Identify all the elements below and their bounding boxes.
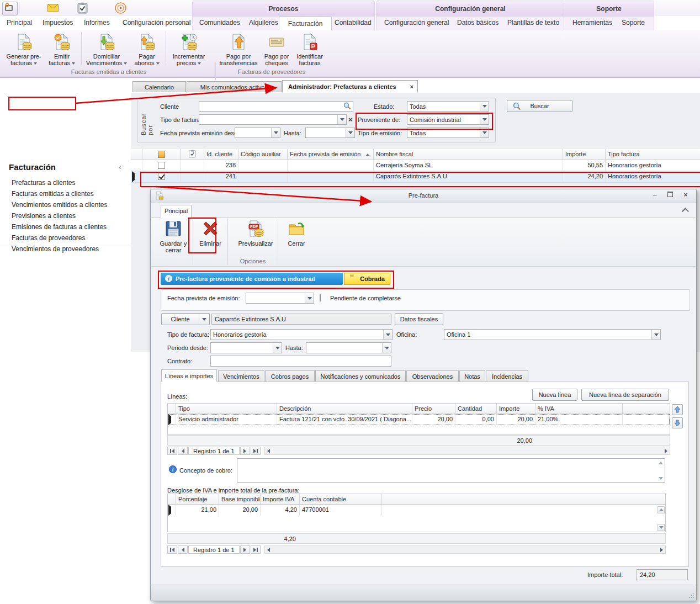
- tab-observaciones[interactable]: Observaciones: [406, 370, 459, 382]
- generar-prefacturas-button[interactable]: Generar pre-facturas: [3, 31, 44, 67]
- tasks-column-header[interactable]: [181, 149, 204, 160]
- minimize-icon[interactable]: –: [649, 192, 661, 200]
- prev-record-button[interactable]: [178, 447, 188, 455]
- chevron-down-icon[interactable]: [271, 128, 280, 137]
- sidebar-item-previsiones[interactable]: Previsiones a clientes: [12, 211, 76, 221]
- fecha-prevista-combo[interactable]: [246, 293, 314, 304]
- col-tipo[interactable]: Tipo factura: [606, 149, 700, 160]
- nueva-linea-button[interactable]: Nueva línea: [532, 389, 577, 401]
- pago-transferencias-button[interactable]: Pago por transferencias: [217, 31, 260, 67]
- scroll-left-icon[interactable]: [267, 548, 270, 552]
- col-porcentaje[interactable]: Porcentaje: [176, 494, 219, 505]
- tab-impuestos[interactable]: Impuestos: [43, 19, 73, 27]
- chevron-down-icon[interactable]: [273, 343, 282, 353]
- tipo-factura-combo[interactable]: [199, 114, 347, 125]
- scroll-right-icon[interactable]: [665, 449, 667, 453]
- concepto-cobro-textarea[interactable]: [237, 458, 665, 483]
- prev-record-button[interactable]: [178, 545, 188, 554]
- col-fecha[interactable]: Fecha prevista de emisión: [288, 149, 374, 160]
- tasks-icon[interactable]: [77, 2, 88, 15]
- checkbox-unchecked-icon[interactable]: [158, 162, 165, 169]
- chevron-down-icon[interactable]: [651, 330, 660, 340]
- scroll-left-icon[interactable]: [267, 449, 270, 453]
- col-iva[interactable]: % IVA: [535, 404, 623, 414]
- scroll-up-icon[interactable]: [657, 506, 665, 513]
- table-row[interactable]: 21,00 20,00 4,20 47700001: [168, 505, 665, 516]
- row-select-cell[interactable]: [142, 160, 181, 171]
- table-row[interactable]: Servicio administrador Factura 121/21 co…: [168, 414, 670, 425]
- incrementar-precios-button[interactable]: Incrementar precios: [168, 31, 210, 67]
- select-all-header[interactable]: [142, 149, 181, 160]
- tab-herramientas[interactable]: Herramientas: [572, 19, 612, 27]
- cliente-input[interactable]: [199, 103, 343, 110]
- scroll-down-icon[interactable]: [657, 475, 664, 481]
- col-codigo[interactable]: Código auxiliar: [238, 149, 288, 160]
- col-importe[interactable]: Importe: [497, 404, 535, 414]
- tab-plantillas[interactable]: Plantillas de texto: [507, 19, 559, 27]
- chevron-down-icon[interactable]: [382, 343, 391, 353]
- collapse-ribbon-icon[interactable]: [681, 207, 690, 216]
- col-id-cliente[interactable]: Id. cliente: [204, 149, 238, 160]
- scroll-up-icon[interactable]: [657, 459, 664, 466]
- close-icon[interactable]: ×: [680, 192, 692, 200]
- doc-tab-admin-prefacturas[interactable]: Administrador: Prefacturas a clientes ×: [282, 80, 418, 93]
- tab-cobros-pagos[interactable]: Cobros pagos: [265, 370, 315, 382]
- chevron-down-icon[interactable]: [305, 293, 314, 303]
- tab-soporte[interactable]: Soporte: [622, 19, 645, 27]
- sidebar-item-facturas-proveedores[interactable]: Facturas de proveedores: [12, 233, 85, 243]
- tab-configuracion-personal[interactable]: Configuración personal: [123, 19, 190, 27]
- chevron-down-icon[interactable]: [346, 128, 354, 137]
- sidebar-item-emisiones[interactable]: Emisiones de facturas a clientes: [12, 222, 107, 232]
- clear-filter-icon[interactable]: ×: [348, 115, 353, 124]
- scroll-down-icon[interactable]: [657, 524, 665, 531]
- sidebar-item-prefacturas[interactable]: Prefacturas a clientes: [12, 178, 75, 188]
- restore-icon[interactable]: [664, 192, 676, 200]
- doc-tab-comunicados[interactable]: Mis comunicados activos: [187, 81, 282, 92]
- chevron-down-icon[interactable]: [383, 330, 392, 340]
- sidebar-item-vencimientos-emitidos[interactable]: Vencimientos emitidos a clientes: [12, 200, 107, 210]
- tab-notificaciones[interactable]: Notificaciones y comunicados: [315, 370, 406, 382]
- last-record-button[interactable]: [251, 447, 261, 455]
- col-importe[interactable]: Importe: [563, 149, 606, 160]
- col-base[interactable]: Base imponible: [219, 494, 261, 505]
- proveniente-combo[interactable]: Comisión industrial: [407, 114, 489, 125]
- tab-alquileres[interactable]: Alquileres: [249, 19, 278, 27]
- tab-contabilidad[interactable]: Contabilidad: [335, 19, 372, 27]
- tab-facturacion-active[interactable]: Facturación: [279, 17, 332, 31]
- iva-horizontal-scrollbar[interactable]: [264, 545, 666, 554]
- datos-fiscales-button[interactable]: Datos fiscales: [395, 313, 443, 325]
- tab-principal[interactable]: Principal: [7, 19, 32, 27]
- chevron-down-icon[interactable]: [480, 102, 489, 111]
- sidebar-item-facturas-emitidas[interactable]: Facturas emitidas a clientes: [12, 189, 94, 199]
- pendiente-checkbox[interactable]: [320, 294, 321, 301]
- eliminar-button[interactable]: Eliminar: [195, 218, 226, 266]
- chevron-down-icon[interactable]: [480, 128, 489, 137]
- move-line-up-button[interactable]: [672, 404, 683, 415]
- fecha-hasta-combo[interactable]: [305, 128, 355, 138]
- row-select-cell[interactable]: [142, 171, 181, 182]
- emitir-facturas-button[interactable]: Emitir facturas: [44, 31, 79, 67]
- oficina-combo[interactable]: Oficina 1: [444, 329, 661, 340]
- resize-grip[interactable]: [688, 593, 694, 598]
- identificar-facturas-button[interactable]: Identificar facturas: [293, 31, 326, 67]
- tipo-factura-combo[interactable]: Honorarios gestoría: [210, 329, 393, 340]
- pago-cheques-button[interactable]: Pago por cheques: [260, 31, 293, 67]
- scroll-right-icon[interactable]: [660, 548, 663, 552]
- tab-notas[interactable]: Notas: [459, 370, 485, 382]
- select-all-checkbox-icon[interactable]: [158, 151, 165, 158]
- move-line-down-button[interactable]: [672, 417, 683, 428]
- nueva-linea-separacion-button[interactable]: Nueva línea de separación: [581, 389, 669, 401]
- chevron-down-icon[interactable]: [337, 115, 346, 124]
- sidebar-collapse-button[interactable]: ‹: [119, 163, 121, 171]
- tab-vencimientos[interactable]: Vencimientos: [218, 370, 264, 382]
- tipo-emision-combo[interactable]: Todas: [407, 128, 489, 138]
- tab-datos-basicos[interactable]: Datos básicos: [457, 19, 499, 27]
- col-tipo[interactable]: Tipo: [176, 404, 277, 414]
- tab-comunidades[interactable]: Comunidades: [199, 19, 240, 27]
- col-importe-iva[interactable]: Importe IVA: [261, 494, 300, 505]
- tab-configuracion-general[interactable]: Configuración general: [384, 19, 449, 27]
- cliente-split-button[interactable]: Cliente: [161, 313, 210, 325]
- first-record-button[interactable]: [167, 545, 177, 554]
- checkbox-checked-icon[interactable]: [158, 173, 165, 180]
- tab-informes[interactable]: Informes: [84, 19, 110, 27]
